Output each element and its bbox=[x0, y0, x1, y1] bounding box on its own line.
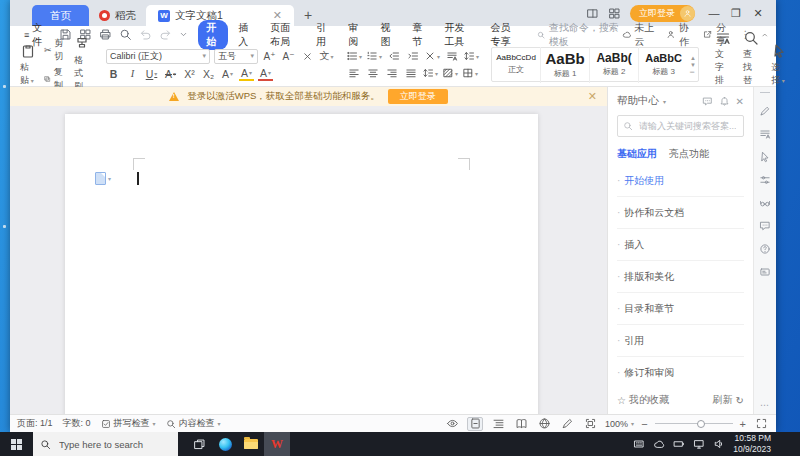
view-outline-icon[interactable] bbox=[490, 417, 506, 431]
start-button[interactable] bbox=[0, 432, 33, 456]
view-web-icon[interactable] bbox=[536, 417, 552, 431]
task-view-button[interactable] bbox=[186, 432, 212, 456]
content-check-button[interactable]: 内容检查▾ bbox=[166, 417, 221, 430]
show-marks-button[interactable]: ▾ bbox=[463, 49, 479, 63]
strikethrough-button[interactable]: A▾ bbox=[163, 67, 178, 81]
highlight-button[interactable]: A▾ bbox=[239, 67, 254, 81]
increase-indent-button[interactable] bbox=[405, 49, 420, 63]
clear-format-button[interactable] bbox=[300, 49, 315, 63]
styles-up-icon[interactable]: ▲ bbox=[690, 55, 696, 61]
pointer-icon[interactable] bbox=[759, 151, 771, 163]
paste-button[interactable]: 粘贴 ▾ bbox=[16, 43, 40, 87]
styles-more-icon[interactable]: ═ bbox=[690, 69, 696, 75]
help-search-input[interactable] bbox=[637, 120, 738, 132]
page-indicator[interactable]: 页面: 1/1 bbox=[17, 417, 53, 430]
view-ink-icon[interactable] bbox=[559, 417, 575, 431]
app-grid-icon[interactable] bbox=[608, 7, 621, 20]
ime-keyboard-icon[interactable] bbox=[633, 438, 645, 450]
shading-button[interactable]: ▾ bbox=[442, 66, 458, 80]
help-item-getting-started[interactable]: ·开始使用 bbox=[617, 165, 744, 197]
italic-button[interactable]: I bbox=[125, 67, 140, 81]
style-normal[interactable]: AaBbCcDd 正文 bbox=[492, 47, 541, 83]
fit-page-icon[interactable] bbox=[582, 417, 598, 431]
align-left-button[interactable] bbox=[346, 66, 361, 80]
help-close-icon[interactable]: ✕ bbox=[736, 96, 744, 107]
help-title[interactable]: 帮助中心 bbox=[617, 94, 659, 108]
volume-icon[interactable] bbox=[713, 438, 725, 450]
help-item-toc[interactable]: ·目录和章节 bbox=[617, 293, 744, 325]
help-item-review[interactable]: ·修订和审阅 bbox=[617, 357, 744, 386]
decrease-indent-button[interactable] bbox=[386, 49, 401, 63]
edge-icon[interactable] bbox=[212, 432, 238, 456]
notification-bell-icon[interactable] bbox=[719, 96, 730, 107]
help-item-collaboration[interactable]: ·协作和云文档 bbox=[617, 197, 744, 229]
notice-login-button[interactable]: 立即登录 bbox=[388, 89, 448, 104]
font-color-button[interactable]: A▾ bbox=[258, 67, 273, 81]
sort-button[interactable] bbox=[444, 49, 459, 63]
redo-icon[interactable] bbox=[159, 28, 172, 41]
refresh-button[interactable]: 刷新↻ bbox=[713, 393, 744, 407]
clear-format-all-button[interactable]: ▾ bbox=[424, 49, 440, 63]
font-size-select[interactable]: 五号▾ bbox=[214, 49, 258, 64]
strip-more-icon[interactable]: ⋯ bbox=[760, 400, 770, 410]
window-mode-icon[interactable] bbox=[586, 7, 599, 20]
format-painter-button[interactable]: 格式刷 bbox=[70, 36, 94, 93]
font-name-select[interactable]: Calibri (正文)▾ bbox=[106, 49, 210, 64]
undo-icon[interactable] bbox=[139, 28, 152, 41]
print-icon[interactable] bbox=[99, 28, 112, 41]
styles-down-icon[interactable]: ▼ bbox=[690, 62, 696, 68]
network-icon[interactable] bbox=[693, 438, 705, 450]
help-item-reference[interactable]: ·引用 bbox=[617, 325, 744, 357]
eye-protect-icon[interactable] bbox=[444, 417, 460, 431]
zoom-in-button[interactable]: + bbox=[740, 418, 746, 430]
view-book-icon[interactable] bbox=[513, 417, 529, 431]
shrink-font-button[interactable]: A⁻ bbox=[281, 49, 296, 63]
view-page-icon[interactable] bbox=[467, 417, 483, 431]
change-case-button[interactable]: 文▾ bbox=[319, 49, 334, 63]
edit-icon[interactable] bbox=[759, 128, 771, 140]
bullets-button[interactable]: ▾ bbox=[346, 49, 362, 63]
favorites-button[interactable]: ☆我的收藏 bbox=[617, 393, 669, 407]
fullscreen-icon[interactable] bbox=[753, 417, 769, 431]
onedrive-cloud-icon[interactable] bbox=[653, 438, 665, 450]
zoom-out-button[interactable]: − bbox=[641, 418, 647, 430]
line-spacing-button[interactable]: ▾ bbox=[422, 66, 438, 80]
adjust-slider-icon[interactable] bbox=[759, 174, 771, 186]
style-heading3[interactable]: AaBbC 标题 3 bbox=[639, 47, 688, 83]
superscript-button[interactable]: X² bbox=[182, 67, 197, 81]
grow-font-button[interactable]: A⁺ bbox=[262, 49, 277, 63]
spell-check-button[interactable]: 拼写检查▾ bbox=[101, 417, 156, 430]
customize-quick-access-icon[interactable] bbox=[179, 30, 188, 39]
cut-button[interactable]: ✂剪切 bbox=[44, 37, 66, 63]
feedback-chat-icon[interactable] bbox=[702, 96, 713, 107]
taskbar-search-input[interactable] bbox=[57, 438, 167, 451]
numbering-button[interactable]: ▾ bbox=[366, 49, 382, 63]
help-item-insert[interactable]: ·插入 bbox=[617, 229, 744, 261]
justify-button[interactable] bbox=[403, 66, 418, 80]
help-question-icon[interactable] bbox=[759, 243, 771, 255]
borders-button[interactable]: ▾ bbox=[462, 66, 478, 80]
subscript-button[interactable]: X₂ bbox=[201, 67, 216, 81]
tab-docer[interactable]: 稻壳 bbox=[89, 5, 146, 26]
help-search-box[interactable] bbox=[617, 115, 744, 137]
wps-taskbar-icon[interactable]: W bbox=[264, 432, 290, 456]
document-page[interactable]: ▾ bbox=[65, 114, 538, 414]
battery-icon[interactable] bbox=[673, 438, 685, 450]
zoom-slider-knob[interactable] bbox=[697, 420, 705, 428]
notes-card-icon[interactable] bbox=[759, 266, 771, 278]
file-explorer-icon[interactable] bbox=[238, 432, 264, 456]
zoom-slider[interactable] bbox=[655, 419, 733, 429]
page-assistant-button[interactable]: ▾ bbox=[95, 172, 111, 185]
zoom-level[interactable]: 100%▾ bbox=[605, 419, 634, 429]
help-tab-highlight[interactable]: 亮点功能 bbox=[669, 147, 709, 161]
text-effects-button[interactable]: A▾ bbox=[220, 67, 235, 81]
bold-button[interactable]: B bbox=[106, 67, 121, 81]
login-button[interactable]: 立即登录 bbox=[630, 5, 695, 22]
action-center-icon[interactable] bbox=[779, 438, 791, 450]
reading-glasses-icon[interactable] bbox=[759, 197, 771, 209]
style-heading1[interactable]: AaBb 标题 1 bbox=[541, 47, 590, 83]
align-center-button[interactable] bbox=[365, 66, 380, 80]
word-count[interactable]: 字数: 0 bbox=[63, 417, 91, 430]
strip-handle[interactable] bbox=[760, 92, 770, 94]
help-tab-basic[interactable]: 基础应用 bbox=[617, 147, 657, 161]
